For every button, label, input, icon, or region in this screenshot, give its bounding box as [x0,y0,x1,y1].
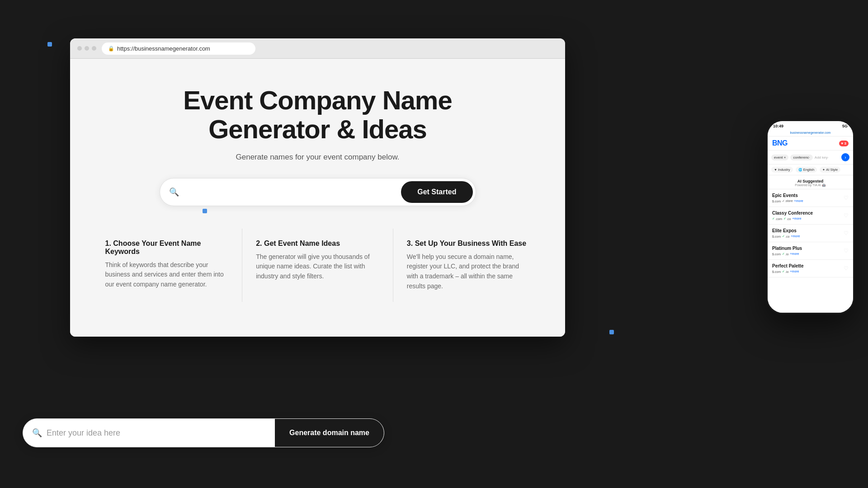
result-name-5: Perfect Palette [772,263,803,268]
domain-4-com: $.com [772,252,781,256]
search-arrow-button[interactable]: › [841,153,849,161]
result-elite-expos[interactable]: Elite Expos $.com ✓.co +more ♡ [768,225,853,242]
chip-event[interactable]: event × [771,155,788,160]
result-perfect-palette[interactable]: Perfect Palette $.com ✓.io +more ♡ [768,260,853,277]
phone-signal: 5G [842,124,848,128]
domain-5-io: ✓.io [782,270,788,273]
phone-url-bar: businessnamegenerator.com [768,130,853,136]
phone-search-area: event × conferenc· Add key· › [768,150,853,164]
step-1-desc: Think of keywords that describe your bus… [105,260,229,290]
step-1-title: 1. Choose Your Event Name Keywords [105,239,229,256]
get-started-button[interactable]: Get Started [401,181,472,203]
english-icon: 🌐 [798,168,802,172]
browser-dots [77,46,96,51]
dot-green [92,46,96,51]
ai-suggested-title: AI Suggested [768,179,853,183]
phone-mockup: 10:49 5G businessnamegenerator.com BNG ♥… [766,120,854,314]
domain-3-co: ✓.co [782,235,789,238]
heart-badge: ♥ 3 [839,141,849,146]
result-classy-conference[interactable]: Classy Conference ✓.com ✓.co +more ♡ [768,207,853,225]
domain-2-co: ✓.co [783,217,791,221]
industry-icon: ▼ [774,168,777,171]
dot-red [77,46,82,51]
phone-filters: ▼ Industry 🌐 English ✦ AI Style [768,164,853,175]
heart-4[interactable]: ♡ [844,248,849,254]
bottom-search-bar[interactable]: 🔍 Enter your idea here Generate domain n… [23,418,384,447]
step-3-desc: We'll help you secure a domain name, reg… [407,252,530,291]
domain-1-com: $.com [772,199,781,203]
step-1: 1. Choose Your Event Name Keywords Think… [92,229,243,302]
lock-icon: 🔒 [108,46,114,52]
result-platinum-plus[interactable]: Platinum Plus $.com ✓.io +more ♡ [768,242,853,260]
bottom-input-placeholder: Enter your idea here [47,428,120,438]
heart-2[interactable]: ♡ [844,212,849,219]
url-text: https://businessnamegenerator.com [117,45,210,52]
search-icon: 🔍 [169,187,179,197]
step-3-title: 3. Set Up Your Business With Ease [407,239,530,248]
browser-window: 🔒 https://businessnamegenerator.com Even… [70,38,565,337]
phone-results: AI Suggested Powered by TIA AI 🤖 Epic Ev… [768,175,853,313]
result-name-2: Classy Conference [772,211,813,216]
result-name-1: Epic Events [772,193,803,198]
domain-3-com: $.com [772,235,781,238]
domain-2-com: ✓.com [772,217,782,221]
generate-domain-button[interactable]: Generate domain name [275,419,384,447]
browser-chrome: 🔒 https://businessnamegenerator.com [70,38,565,59]
filter-english-label: English [803,168,815,172]
add-keyword[interactable]: Add key· [815,155,829,160]
phone-search-chips: event × conferenc· Add key· › [771,153,849,161]
domain-5-com: $.com [772,270,781,273]
bottom-search-input-area[interactable]: 🔍 Enter your idea here [23,419,275,447]
domain-4-io: ✓.io [782,252,788,256]
chip-conference[interactable]: conferenc· [790,155,812,160]
page-content: Event Company Name Generator & Ideas Gen… [70,59,565,337]
filter-ai-style[interactable]: ✦ AI Style [820,167,840,173]
dot-yellow [85,46,89,51]
filter-industry[interactable]: ▼ Industry [771,167,793,173]
domain-badges-4: $.com ✓.io +more [772,252,802,256]
domain-5-more: +more [790,270,799,273]
result-name-3: Elite Expos [772,228,800,233]
search-input[interactable] [184,188,390,196]
step-2-title: 2. Get Event Name Ideas [256,239,379,248]
selection-handle-br [609,330,614,334]
filter-ai-style-label: AI Style [826,168,838,172]
bottom-search-icon: 🔍 [32,428,42,438]
step-2-desc: The generator will give you thousands of… [256,252,379,282]
phone-time: 10:49 [773,124,783,128]
domain-2-more: +more [793,217,802,221]
ai-style-icon: ✦ [822,168,825,172]
domain-1-store: ✓.store [782,199,793,203]
heart-5[interactable]: ♡ [844,265,849,272]
phone-status-bar: 10:49 5G [768,121,853,130]
steps-container: 1. Choose Your Event Name Keywords Think… [92,229,544,302]
search-input-area: 🔍 [160,178,399,206]
domain-badges-3: $.com ✓.co +more [772,235,800,238]
domain-1-more: +more [794,199,803,203]
step-3: 3. Set Up Your Business With Ease We'll … [393,229,544,302]
domain-3-more: +more [791,235,800,238]
selection-handle-bl [203,209,207,213]
step-2: 2. Get Event Name Ideas The generator wi… [242,229,393,302]
result-epic-events[interactable]: Epic Events $.com ✓.store +more ♡ [768,189,853,207]
phone-nav: BNG ♥ 3 [768,136,853,150]
page-title: Event Company Name Generator & Ideas [183,86,452,144]
domain-badges-5: $.com ✓.io +more [772,270,803,273]
domain-4-more: +more [790,252,799,256]
domain-badges-2: ✓.com ✓.co +more [772,217,813,221]
bng-logo: BNG [772,139,788,147]
ai-powered-label: Powered by TIA AI 🤖 [768,183,853,187]
result-name-4: Platinum Plus [772,246,802,251]
selection-handle-tl [47,42,52,47]
filter-industry-label: Industry [778,168,790,172]
page-subtitle: Generate names for your event company be… [236,153,400,162]
address-bar[interactable]: 🔒 https://businessnamegenerator.com [102,42,255,55]
heart-1[interactable]: ♡ [844,195,849,201]
heart-3[interactable]: ♡ [844,230,849,236]
main-search-bar[interactable]: 🔍 Get Started [160,178,476,206]
ai-suggested-header: AI Suggested Powered by TIA AI 🤖 [768,175,853,189]
domain-badges-1: $.com ✓.store +more [772,199,803,203]
filter-english[interactable]: 🌐 English [796,167,817,173]
phone-screen: 10:49 5G businessnamegenerator.com BNG ♥… [768,121,853,313]
